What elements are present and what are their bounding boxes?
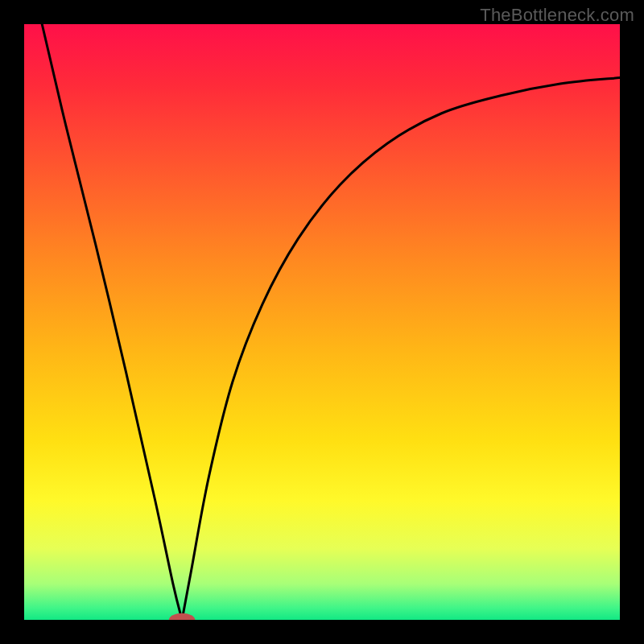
chart-plot-area [24,24,620,620]
watermark-text: TheBottleneck.com [480,5,634,26]
bottleneck-curve-chart [24,24,620,620]
